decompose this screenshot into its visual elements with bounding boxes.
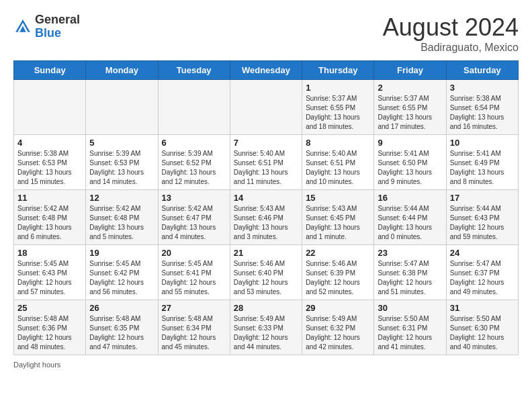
calendar-cell: 7Sunrise: 5:40 AM Sunset: 6:51 PM Daylig… (230, 135, 302, 190)
day-info: Sunrise: 5:42 AM Sunset: 6:48 PM Dayligh… (89, 204, 154, 242)
calendar-cell: 27Sunrise: 5:48 AM Sunset: 6:34 PM Dayli… (158, 300, 230, 355)
calendar-cell: 22Sunrise: 5:46 AM Sunset: 6:39 PM Dayli… (302, 245, 374, 300)
logo-text: General Blue (35, 13, 80, 40)
calendar-cell: 6Sunrise: 5:39 AM Sunset: 6:52 PM Daylig… (158, 135, 230, 190)
day-info: Sunrise: 5:39 AM Sunset: 6:52 PM Dayligh… (162, 149, 226, 187)
day-info: Sunrise: 5:45 AM Sunset: 6:42 PM Dayligh… (89, 259, 154, 297)
day-number: 2 (378, 83, 442, 93)
day-info: Sunrise: 5:48 AM Sunset: 6:34 PM Dayligh… (162, 314, 226, 352)
calendar-cell: 31Sunrise: 5:50 AM Sunset: 6:30 PM Dayli… (446, 300, 518, 355)
day-number: 11 (17, 193, 82, 203)
logo-icon (13, 17, 32, 36)
day-number: 29 (306, 303, 370, 313)
day-info: Sunrise: 5:38 AM Sunset: 6:53 PM Dayligh… (17, 149, 82, 187)
calendar-cell: 15Sunrise: 5:43 AM Sunset: 6:45 PM Dayli… (302, 190, 374, 245)
calendar-row: 4Sunrise: 5:38 AM Sunset: 6:53 PM Daylig… (14, 135, 519, 190)
day-number: 10 (450, 138, 515, 148)
logo-general: General (35, 13, 80, 26)
header-day: Thursday (302, 61, 374, 80)
calendar-row: 25Sunrise: 5:48 AM Sunset: 6:36 PM Dayli… (14, 300, 519, 355)
month-year: August 2024 (383, 13, 519, 42)
calendar-cell: 2Sunrise: 5:37 AM Sunset: 6:55 PM Daylig… (374, 80, 446, 135)
location: Badiraguato, Mexico (383, 42, 519, 54)
day-info: Sunrise: 5:49 AM Sunset: 6:33 PM Dayligh… (234, 314, 298, 352)
calendar-cell: 11Sunrise: 5:42 AM Sunset: 6:48 PM Dayli… (14, 190, 86, 245)
calendar-body: 1Sunrise: 5:37 AM Sunset: 6:55 PM Daylig… (14, 80, 519, 355)
calendar-cell (158, 80, 230, 135)
calendar-cell: 30Sunrise: 5:50 AM Sunset: 6:31 PM Dayli… (374, 300, 446, 355)
day-number: 3 (450, 83, 515, 93)
header-day: Friday (374, 61, 446, 80)
day-info: Sunrise: 5:41 AM Sunset: 6:49 PM Dayligh… (450, 149, 515, 187)
day-info: Sunrise: 5:41 AM Sunset: 6:50 PM Dayligh… (378, 149, 442, 187)
day-info: Sunrise: 5:43 AM Sunset: 6:45 PM Dayligh… (306, 204, 370, 242)
calendar-cell: 16Sunrise: 5:44 AM Sunset: 6:44 PM Dayli… (374, 190, 446, 245)
calendar-cell: 1Sunrise: 5:37 AM Sunset: 6:55 PM Daylig… (302, 80, 374, 135)
day-info: Sunrise: 5:40 AM Sunset: 6:51 PM Dayligh… (306, 149, 370, 187)
day-number: 5 (89, 138, 154, 148)
calendar-cell (230, 80, 302, 135)
day-number: 22 (306, 248, 370, 258)
header-day: Wednesday (230, 61, 302, 80)
calendar-cell: 8Sunrise: 5:40 AM Sunset: 6:51 PM Daylig… (302, 135, 374, 190)
header-day: Tuesday (158, 61, 230, 80)
footer: Daylight hours (13, 361, 519, 369)
title-block: August 2024 Badiraguato, Mexico (383, 13, 519, 54)
calendar-cell: 14Sunrise: 5:43 AM Sunset: 6:46 PM Dayli… (230, 190, 302, 245)
day-number: 21 (234, 248, 298, 258)
day-number: 1 (306, 83, 370, 93)
logo-blue: Blue (35, 26, 61, 40)
day-info: Sunrise: 5:47 AM Sunset: 6:37 PM Dayligh… (450, 259, 515, 297)
calendar-table: SundayMondayTuesdayWednesdayThursdayFrid… (13, 60, 519, 355)
day-number: 30 (378, 303, 442, 313)
day-number: 23 (378, 248, 442, 258)
calendar-row: 18Sunrise: 5:45 AM Sunset: 6:43 PM Dayli… (14, 245, 519, 300)
calendar-cell: 24Sunrise: 5:47 AM Sunset: 6:37 PM Dayli… (446, 245, 518, 300)
day-number: 20 (162, 248, 226, 258)
calendar-cell: 25Sunrise: 5:48 AM Sunset: 6:36 PM Dayli… (14, 300, 86, 355)
day-info: Sunrise: 5:44 AM Sunset: 6:43 PM Dayligh… (450, 204, 515, 242)
day-info: Sunrise: 5:50 AM Sunset: 6:31 PM Dayligh… (378, 314, 442, 352)
day-number: 31 (450, 303, 515, 313)
day-info: Sunrise: 5:42 AM Sunset: 6:47 PM Dayligh… (162, 204, 226, 242)
calendar-cell: 18Sunrise: 5:45 AM Sunset: 6:43 PM Dayli… (14, 245, 86, 300)
day-number: 13 (162, 193, 226, 203)
day-info: Sunrise: 5:45 AM Sunset: 6:43 PM Dayligh… (17, 259, 82, 297)
day-number: 27 (162, 303, 226, 313)
day-number: 19 (89, 248, 154, 258)
day-number: 9 (378, 138, 442, 148)
calendar-header: SundayMondayTuesdayWednesdayThursdayFrid… (14, 61, 519, 80)
calendar-row: 11Sunrise: 5:42 AM Sunset: 6:48 PM Dayli… (14, 190, 519, 245)
calendar-cell (86, 80, 158, 135)
calendar-cell: 5Sunrise: 5:39 AM Sunset: 6:53 PM Daylig… (86, 135, 158, 190)
calendar-cell: 23Sunrise: 5:47 AM Sunset: 6:38 PM Dayli… (374, 245, 446, 300)
day-number: 16 (378, 193, 442, 203)
calendar-cell: 28Sunrise: 5:49 AM Sunset: 6:33 PM Dayli… (230, 300, 302, 355)
calendar-cell: 26Sunrise: 5:48 AM Sunset: 6:35 PM Dayli… (86, 300, 158, 355)
day-info: Sunrise: 5:46 AM Sunset: 6:39 PM Dayligh… (306, 259, 370, 297)
day-info: Sunrise: 5:46 AM Sunset: 6:40 PM Dayligh… (234, 259, 298, 297)
calendar-cell: 19Sunrise: 5:45 AM Sunset: 6:42 PM Dayli… (86, 245, 158, 300)
day-info: Sunrise: 5:48 AM Sunset: 6:36 PM Dayligh… (17, 314, 82, 352)
calendar-cell: 13Sunrise: 5:42 AM Sunset: 6:47 PM Dayli… (158, 190, 230, 245)
logo: General Blue (13, 13, 80, 40)
day-number: 12 (89, 193, 154, 203)
day-info: Sunrise: 5:48 AM Sunset: 6:35 PM Dayligh… (89, 314, 154, 352)
day-number: 25 (17, 303, 82, 313)
calendar-cell (14, 80, 86, 135)
day-number: 7 (234, 138, 298, 148)
header-day: Saturday (446, 61, 518, 80)
day-number: 4 (17, 138, 82, 148)
header-row: SundayMondayTuesdayWednesdayThursdayFrid… (14, 61, 519, 80)
calendar-row: 1Sunrise: 5:37 AM Sunset: 6:55 PM Daylig… (14, 80, 519, 135)
day-info: Sunrise: 5:42 AM Sunset: 6:48 PM Dayligh… (17, 204, 82, 242)
calendar-cell: 12Sunrise: 5:42 AM Sunset: 6:48 PM Dayli… (86, 190, 158, 245)
calendar-cell: 4Sunrise: 5:38 AM Sunset: 6:53 PM Daylig… (14, 135, 86, 190)
calendar-cell: 20Sunrise: 5:45 AM Sunset: 6:41 PM Dayli… (158, 245, 230, 300)
calendar-cell: 17Sunrise: 5:44 AM Sunset: 6:43 PM Dayli… (446, 190, 518, 245)
day-number: 15 (306, 193, 370, 203)
day-number: 26 (89, 303, 154, 313)
day-info: Sunrise: 5:47 AM Sunset: 6:38 PM Dayligh… (378, 259, 442, 297)
calendar-cell: 9Sunrise: 5:41 AM Sunset: 6:50 PM Daylig… (374, 135, 446, 190)
calendar-cell: 29Sunrise: 5:49 AM Sunset: 6:32 PM Dayli… (302, 300, 374, 355)
